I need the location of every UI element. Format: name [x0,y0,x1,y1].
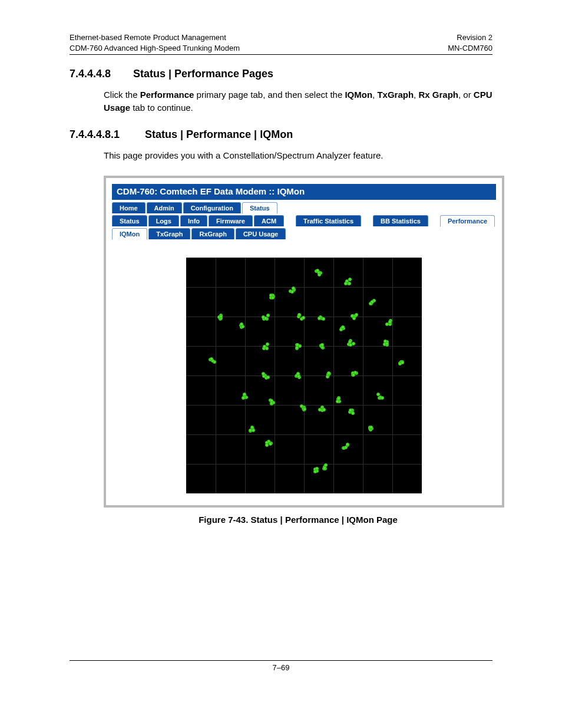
constellation-point [338,400,341,403]
constellation-point [353,371,357,374]
constellation-point [388,320,392,324]
constellation-point [345,279,349,283]
tab-row-1: HomeAdminConfigurationStatus [112,202,496,214]
header-right-line1: Revision 2 [448,32,492,43]
constellation-point [388,322,392,326]
constellation-point [355,313,358,317]
constellation-point [290,290,294,294]
constellation-point [348,340,352,344]
constellation-point [369,428,372,431]
gridline-horizontal [186,405,422,406]
constellation-point [351,371,355,375]
paragraph-2: This page provides you with a Constellat… [104,149,492,162]
constellation-point [401,361,404,364]
constellation-point [336,397,340,401]
constellation-point [322,317,325,321]
constellation-point [269,442,272,446]
constellation-point [349,339,352,342]
constellation-point [262,347,266,350]
constellation-point [267,440,270,443]
constellation-point [322,467,326,470]
constellation-point [339,328,343,331]
constellation-point [318,273,321,276]
constellation-point [379,396,382,399]
tab-traffic-statistics[interactable]: Traffic Statistics [296,215,361,226]
section-heading-1: 7.4.4.4.8Status | Performance Pages [70,68,492,80]
constellation-point [346,443,349,446]
constellation-point [217,315,221,319]
app-banner: CDM-760: Comtech EF Data Modem :: IQMon [112,184,496,200]
constellation-point [322,408,326,411]
tab-info[interactable]: Info [180,215,207,226]
constellation-point [295,374,298,378]
figure-caption: Figure 7-43. Status | Performance | IQMo… [104,515,492,525]
tab-firmware[interactable]: Firmware [209,215,253,226]
constellation-point [372,299,376,302]
constellation-point [328,372,331,375]
constellation-point [250,426,254,429]
tab-performance[interactable]: Performance [440,215,495,227]
constellation-point [252,429,255,432]
constellation-point [352,342,355,345]
header-left-line2: CDM-760 Advanced High-Speed Trunking Mod… [70,43,240,54]
constellation-point [240,325,243,329]
constellation-point [379,396,382,400]
constellation-point [320,409,324,412]
tab-home[interactable]: Home [112,202,146,213]
section-number-1: 7.4.4.4.8 [70,68,133,80]
constellation-point [342,327,345,330]
constellation-point [348,410,352,414]
tab-bb-statistics[interactable]: BB Statistics [373,215,428,226]
constellation-point [211,359,214,363]
constellation-point [370,427,373,430]
constellation-point [265,376,268,380]
constellation-point [241,325,244,328]
tab-cpu-usage[interactable]: CPU Usage [236,228,286,239]
constellation-point [315,469,318,472]
tab-txgraph[interactable]: TxGraph [148,228,190,239]
constellation-point [265,443,269,447]
gridline-vertical [392,258,393,493]
gridline-horizontal [186,464,422,465]
tab-row-3: IQMonTxGraphRxGraphCPU Usage [112,228,496,240]
constellation-point [269,294,273,297]
tab-logs[interactable]: Logs [148,215,179,226]
constellation-point [265,441,269,444]
page-number: 7–69 [70,663,492,672]
constellation-point [262,372,265,375]
tab-admin[interactable]: Admin [147,202,182,213]
constellation-point [270,399,273,403]
tab-rxgraph[interactable]: RxGraph [191,228,234,239]
tab-status[interactable]: Status [112,215,147,226]
constellation-point [355,371,358,375]
constellation-point [269,296,273,299]
constellation-point [401,360,404,364]
constellation-point [249,429,252,432]
constellation-point [385,342,389,345]
constellation-point [320,406,324,409]
constellation-point [327,371,330,375]
paragraph-1: Click the Performance primary page tab, … [104,88,492,114]
header-left-line1: Ethernet-based Remote Product Management [70,32,240,43]
tab-iqmon[interactable]: IQMon [112,228,147,240]
tab-acm[interactable]: ACM [254,215,284,226]
constellation-point [295,347,299,350]
constellation-point [243,396,246,399]
constellation-point [378,396,381,400]
constellation-point [266,375,270,379]
constellation-point [300,317,303,321]
screenshot-frame: CDM-760: Comtech EF Data Modem :: IQMon … [104,176,504,508]
constellation-point [240,322,243,326]
constellation-point [349,409,352,412]
tab-configuration[interactable]: Configuration [183,202,241,213]
constellation-point [239,324,243,327]
tab-row-2: StatusLogsInfoFirmwareACMTraffic Statist… [112,215,496,227]
constellation-point [342,446,345,450]
section-title-2: Status | Performance | IQMon [145,129,293,140]
tab-status[interactable]: Status [242,202,277,214]
constellation-point [289,289,292,293]
gridline-horizontal [186,434,422,435]
constellation-point [323,465,326,469]
constellation-point [347,342,351,346]
plot-area [112,241,496,493]
